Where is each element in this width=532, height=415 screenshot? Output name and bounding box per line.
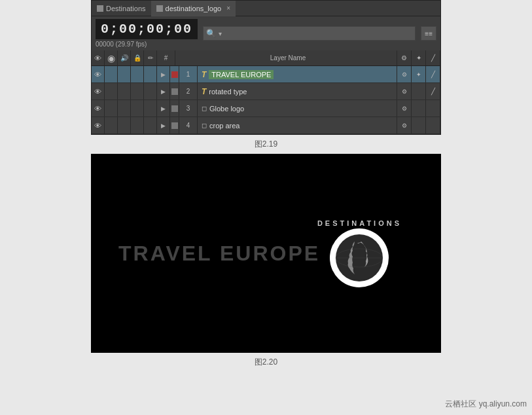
caption-fig2: 图2.20 bbox=[255, 357, 277, 368]
layer4-num: 4 bbox=[179, 117, 198, 134]
layer4-color-swatch bbox=[171, 122, 178, 129]
layer1-switch2-icon: ✦ bbox=[416, 71, 421, 78]
layer3-color bbox=[170, 100, 179, 117]
layer4-col4 bbox=[131, 117, 144, 134]
header-name-label: Layer Name bbox=[270, 54, 306, 62]
layer2-num-text: 2 bbox=[186, 88, 190, 95]
layer1-switch1-icon: ⚙ bbox=[402, 71, 407, 78]
layer1-eye[interactable]: 👁 bbox=[92, 66, 105, 82]
layer1-col4 bbox=[131, 66, 144, 82]
eye-icon-3: 👁 bbox=[94, 105, 101, 113]
layer4-switch1: ⚙ bbox=[397, 117, 412, 134]
eye-icon-1: 👁 bbox=[94, 71, 101, 79]
layer2-name-cell[interactable]: T rotated type bbox=[198, 83, 397, 99]
tab-icon-destinations bbox=[97, 5, 103, 12]
layer2-expand[interactable]: ▶ bbox=[157, 83, 170, 99]
eye-icon-2: 👁 bbox=[94, 88, 101, 96]
layer1-name: TRAVEL EUROPE bbox=[209, 70, 274, 79]
tab-label-destinations: Destinations bbox=[106, 5, 146, 12]
layer3-switch1-icon: ⚙ bbox=[402, 105, 407, 112]
tab-destinations-logo[interactable]: destinations_logo × bbox=[151, 1, 236, 16]
tab-close-btn[interactable]: × bbox=[226, 5, 230, 12]
layer4-switch2 bbox=[412, 117, 426, 134]
layer2-switch3-icon: ╱ bbox=[431, 88, 435, 95]
layer1-color bbox=[170, 66, 179, 82]
layer2-switch3: ╱ bbox=[426, 83, 440, 99]
layer1-col3 bbox=[118, 66, 131, 82]
solo-header-icon: ◉ bbox=[107, 53, 115, 63]
layer4-name-cell[interactable]: ◻ crop area bbox=[198, 117, 397, 134]
layer3-name: Globe logo bbox=[209, 105, 244, 113]
layer4-eye[interactable]: 👁 bbox=[92, 117, 105, 134]
layer4-col5 bbox=[144, 117, 157, 134]
layer4-type-icon: ◻ bbox=[202, 122, 207, 129]
layer3-col4 bbox=[131, 100, 144, 117]
layer4-switch1-icon: ⚙ bbox=[402, 122, 407, 129]
header-solo: ◉ bbox=[105, 50, 118, 65]
layer1-num: 1 bbox=[179, 66, 198, 82]
tab-destinations[interactable]: Destinations bbox=[92, 1, 151, 16]
layer2-switch1-icon: ⚙ bbox=[402, 88, 407, 95]
switch3-icon: ╱ bbox=[431, 54, 435, 62]
layer2-col4 bbox=[131, 83, 144, 99]
layer3-type-icon: ◻ bbox=[202, 105, 207, 112]
layer-row-2[interactable]: 👁 ▶ 2 T rotated type ⚙ ╱ bbox=[92, 83, 440, 100]
fps-display: 00000 (29.97 fps) bbox=[96, 41, 198, 48]
search-magnifier-icon: 🔍 bbox=[206, 29, 216, 38]
layer1-switch3-icon: ╱ bbox=[431, 71, 435, 78]
layer-row-1[interactable]: 👁 ▶ 1 T TRAVEL EUROPE ⚙ ✦ bbox=[92, 66, 440, 83]
layer2-col3 bbox=[118, 83, 131, 99]
layer4-col2 bbox=[105, 117, 118, 134]
layer3-switch1: ⚙ bbox=[397, 100, 412, 117]
audio-header-icon: 🔊 bbox=[120, 54, 128, 62]
layer3-num: 3 bbox=[179, 100, 198, 117]
toolbar-menu-btn[interactable]: ≡≡ bbox=[421, 26, 436, 41]
layer4-col3 bbox=[118, 117, 131, 134]
layer3-col2 bbox=[105, 100, 118, 117]
globe-circle bbox=[330, 228, 389, 287]
layer1-col2 bbox=[105, 66, 118, 82]
preview-panel: TRAVEL EUROPE DESTINATIONS bbox=[91, 154, 441, 353]
ae-panel: Destinations destinations_logo × 0;00;00… bbox=[91, 0, 441, 135]
layer2-color bbox=[170, 83, 179, 99]
eye-header-icon: 👁 bbox=[94, 54, 101, 62]
layer1-expand[interactable]: ▶ bbox=[157, 66, 170, 82]
label-brush-icon: ✏ bbox=[148, 54, 153, 62]
timecode-bar: 0;00;00;00 00000 (29.97 fps) 🔍 ▾ ≡≡ bbox=[92, 16, 440, 50]
switch1-icon: ⚙ bbox=[401, 54, 407, 62]
tab-label-destinations-logo: destinations_logo bbox=[166, 5, 222, 12]
layer1-name-cell[interactable]: T TRAVEL EUROPE bbox=[198, 66, 397, 82]
watermark: 云栖社区 yq.aliyun.com bbox=[445, 399, 527, 410]
header-switch2: ✦ bbox=[412, 50, 426, 65]
layer1-color-swatch bbox=[171, 71, 178, 78]
search-bar[interactable]: 🔍 ▾ bbox=[203, 26, 416, 41]
search-dropdown-icon[interactable]: ▾ bbox=[219, 30, 222, 37]
layer4-expand[interactable]: ▶ bbox=[157, 117, 170, 134]
layer-row-4[interactable]: 👁 ▶ 4 ◻ crop area ⚙ bbox=[92, 117, 440, 134]
layer1-switch3: ╱ bbox=[426, 66, 440, 82]
layer-row-3[interactable]: 👁 ▶ 3 ◻ Globe logo ⚙ bbox=[92, 100, 440, 117]
layer3-col5 bbox=[144, 100, 157, 117]
header-num-label: # bbox=[164, 54, 168, 62]
page-wrapper: Destinations destinations_logo × 0;00;00… bbox=[0, 0, 532, 372]
timecode-display[interactable]: 0;00;00;00 bbox=[96, 19, 198, 39]
globe-container: DESTINATIONS bbox=[317, 219, 402, 287]
layer3-eye[interactable]: 👁 bbox=[92, 100, 105, 117]
header-label-icon: ✏ bbox=[144, 50, 157, 65]
layer-header: 👁 ◉ 🔊 🔒 ✏ # Layer Name ⚙ bbox=[92, 50, 440, 66]
layer3-expand[interactable]: ▶ bbox=[157, 100, 170, 117]
layer2-type-icon: T bbox=[202, 87, 206, 96]
header-eye: 👁 bbox=[92, 50, 105, 65]
layer4-color bbox=[170, 117, 179, 134]
layer2-switch2 bbox=[412, 83, 426, 99]
layer2-name: rotated type bbox=[209, 88, 247, 96]
eye-icon-4: 👁 bbox=[94, 122, 101, 130]
header-num: # bbox=[157, 50, 175, 65]
layer3-name-cell[interactable]: ◻ Globe logo bbox=[198, 100, 397, 117]
layer2-col2 bbox=[105, 83, 118, 99]
layer2-eye[interactable]: 👁 bbox=[92, 83, 105, 99]
switch2-icon: ✦ bbox=[416, 54, 421, 62]
globe-svg bbox=[330, 228, 389, 287]
layer4-name: crop area bbox=[209, 122, 239, 130]
layer2-switch1: ⚙ bbox=[397, 83, 412, 99]
